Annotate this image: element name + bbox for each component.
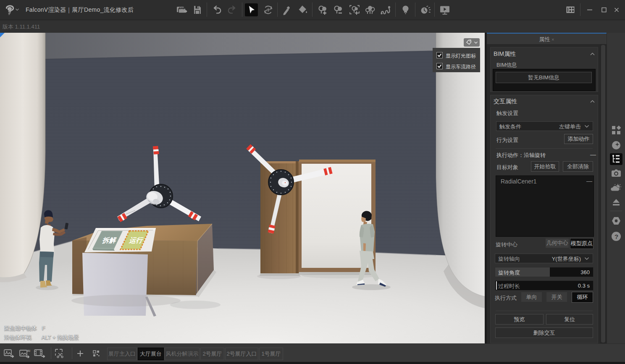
svg-text:拆解: 拆解 <box>102 236 117 244</box>
svg-text:?: ? <box>614 233 618 240</box>
svg-text:AI: AI <box>27 349 30 353</box>
svg-text:运行: 运行 <box>129 236 144 244</box>
svg-text:EXE: EXE <box>179 7 185 10</box>
